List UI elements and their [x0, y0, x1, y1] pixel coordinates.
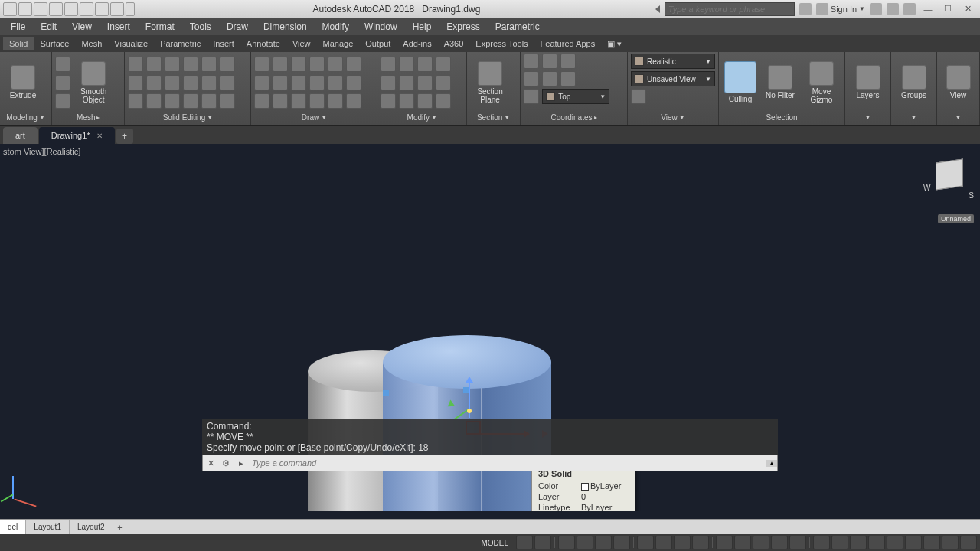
polysolid-icon[interactable]	[55, 75, 70, 90]
isolate-objects-icon[interactable]	[905, 536, 922, 549]
command-recent-icon[interactable]: ▸	[234, 455, 249, 471]
menu-view[interactable]: View	[64, 20, 100, 34]
osnap-icon[interactable]	[613, 536, 630, 549]
line-icon[interactable]	[254, 57, 270, 72]
point-icon[interactable]	[291, 75, 306, 90]
rtab-surface[interactable]: Surface	[34, 37, 75, 50]
rtab-express-tools[interactable]: Express Tools	[469, 37, 534, 50]
hardware-accel-icon[interactable]	[923, 536, 940, 549]
command-customize-icon[interactable]: ⚙	[218, 455, 234, 471]
clean-icon[interactable]	[201, 93, 217, 109]
rtab-mesh[interactable]: Mesh	[75, 37, 108, 50]
ucs-x-icon[interactable]	[524, 71, 539, 86]
ucs-world-icon[interactable]	[542, 54, 557, 69]
polyline-icon[interactable]	[273, 57, 288, 72]
compass-s[interactable]: S	[969, 191, 974, 200]
annotation-monitor-icon[interactable]	[831, 536, 848, 549]
rtab-featured-apps[interactable]: Featured Apps	[534, 37, 602, 50]
copy-icon[interactable]	[381, 75, 396, 90]
rtab-annotate[interactable]: Annotate	[240, 37, 286, 50]
menu-tools[interactable]: Tools	[182, 20, 219, 34]
rtab-a360[interactable]: A360	[438, 37, 470, 50]
status-model[interactable]: MODEL	[475, 539, 514, 547]
circle-icon[interactable]	[291, 57, 306, 72]
ucs-icon[interactable]	[524, 54, 539, 69]
rtab-solid[interactable]: Solid	[3, 37, 34, 50]
ucs-view-icon[interactable]	[524, 89, 539, 104]
presspull-icon[interactable]	[55, 93, 70, 109]
annotation-visibility-icon[interactable]	[789, 536, 806, 549]
ray-icon[interactable]	[273, 93, 288, 109]
spline-icon[interactable]	[346, 57, 361, 72]
extrude-face-icon[interactable]	[146, 57, 162, 72]
fillet-edge-icon[interactable]	[165, 57, 180, 72]
dynucs-icon[interactable]	[734, 536, 751, 549]
hatch-icon[interactable]	[273, 75, 288, 90]
menu-dimension[interactable]: Dimension	[256, 20, 315, 34]
new-tab-button[interactable]: +	[116, 129, 133, 144]
layout-add-button[interactable]: +	[113, 523, 127, 532]
layout-model[interactable]: del	[0, 520, 26, 534]
wipeout-icon[interactable]	[346, 93, 361, 109]
new-icon[interactable]	[18, 2, 32, 16]
redo-icon[interactable]	[110, 2, 124, 16]
separate-icon[interactable]	[183, 93, 198, 109]
maximize-button[interactable]: ☐	[940, 3, 956, 15]
named-ucs-combo[interactable]: Top▼	[542, 89, 609, 104]
rtab-focus-icon[interactable]: ▣ ▾	[601, 37, 628, 51]
gizmo-toggle-icon[interactable]	[771, 536, 788, 549]
culling-button[interactable]: Culling	[722, 61, 759, 103]
move-gizmo-button[interactable]: Move Gizmo	[802, 61, 841, 104]
command-input[interactable]	[249, 458, 766, 468]
fillet-icon[interactable]	[417, 75, 433, 90]
polygon-icon[interactable]	[254, 93, 270, 109]
slice-icon[interactable]	[201, 57, 217, 72]
otrack-icon[interactable]	[655, 536, 672, 549]
3dosnap-icon[interactable]	[637, 536, 654, 549]
viewcube-ucs-label[interactable]: Unnamed	[938, 214, 974, 223]
app-menu-icon[interactable]	[3, 2, 17, 16]
ellipse-icon[interactable]	[254, 75, 270, 90]
qat-dropdown-icon[interactable]	[126, 2, 135, 16]
rtab-insert[interactable]: Insert	[207, 37, 240, 50]
stay-connected-icon[interactable]	[887, 3, 899, 15]
imprint-icon[interactable]	[220, 75, 235, 90]
tab-drawing1[interactable]: Drawing1*✕	[39, 127, 115, 144]
lock-ui-icon[interactable]	[887, 536, 903, 549]
search-icon[interactable]	[799, 3, 812, 15]
minimize-button[interactable]: —	[920, 3, 936, 15]
help-icon[interactable]	[903, 3, 916, 15]
taper-face-icon[interactable]	[183, 57, 198, 72]
grid-icon[interactable]	[516, 536, 533, 549]
layout-1[interactable]: Layout1	[26, 520, 70, 534]
menu-file[interactable]: File	[3, 20, 33, 34]
close-button[interactable]: ✕	[960, 3, 975, 15]
scale-icon[interactable]	[399, 93, 414, 109]
units-icon[interactable]	[850, 536, 867, 549]
stretch-icon[interactable]	[381, 93, 396, 109]
menu-insert[interactable]: Insert	[100, 20, 138, 34]
polar-icon[interactable]	[577, 536, 593, 549]
move-face-icon[interactable]	[146, 93, 162, 109]
region-icon[interactable]	[309, 75, 325, 90]
cycling-icon[interactable]	[716, 536, 733, 549]
xline-icon[interactable]	[291, 93, 306, 109]
layout-2[interactable]: Layout2	[70, 520, 113, 534]
box-icon[interactable]	[55, 57, 70, 72]
menu-parametric[interactable]: Parametric	[488, 20, 547, 34]
menu-window[interactable]: Window	[357, 20, 405, 34]
ucs-y-icon[interactable]	[542, 71, 557, 86]
donut-icon[interactable]	[346, 75, 361, 90]
selection-filter-icon[interactable]	[753, 536, 769, 549]
rectangle-icon[interactable]	[328, 57, 343, 72]
close-tab-icon[interactable]: ✕	[96, 132, 103, 140]
rtab-parametric[interactable]: Parametric	[154, 37, 207, 50]
ortho-icon[interactable]	[558, 536, 575, 549]
command-scroll-icon[interactable]: ▲	[766, 460, 777, 467]
menu-format[interactable]: Format	[138, 20, 182, 34]
save-icon[interactable]	[49, 2, 63, 16]
command-close-icon[interactable]: ✕	[203, 455, 218, 471]
offset-icon[interactable]	[436, 93, 451, 109]
arc-icon[interactable]	[309, 57, 325, 72]
section-plane-button[interactable]: Section Plane	[470, 61, 510, 104]
